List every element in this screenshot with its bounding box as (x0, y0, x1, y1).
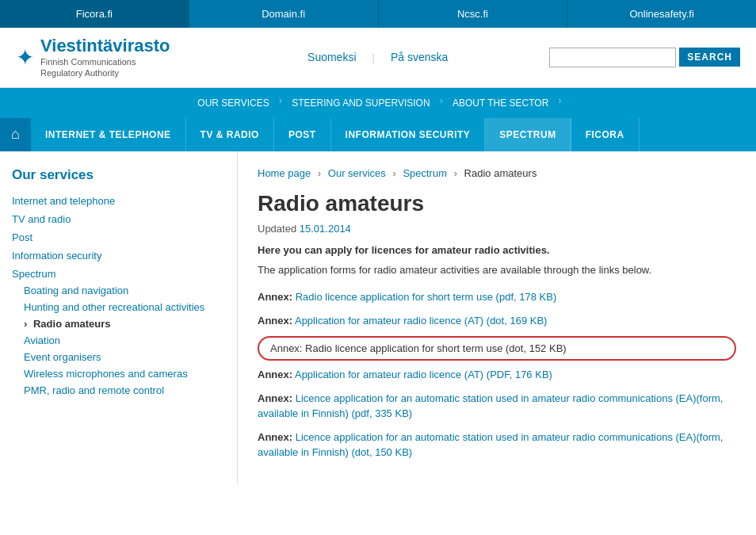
sidebar-link-infosec[interactable]: Information security (12, 250, 101, 262)
header: ✦ Viestintävirasto Finnish Communication… (0, 28, 756, 88)
sector-nav: ⌂ INTERNET & TELEPHONE TV & RADIO POST I… (0, 118, 756, 151)
language-area: Suomeksi | På svenska (206, 51, 549, 63)
annex-fileinfo-4: (PDF, 176 KB) (487, 369, 552, 380)
annex-item-5: Annex: Licence application for an automa… (258, 391, 736, 422)
lang-fi[interactable]: Suomeksi (307, 51, 356, 63)
logo-icon: ✦ (16, 44, 34, 71)
breadcrumb-sep-2: › (392, 167, 395, 179)
sidebar-subitem-event: Event organisers (24, 351, 225, 363)
sector-ficora[interactable]: FICORA (571, 118, 640, 151)
sidebar: Our services Internet and telephone TV a… (0, 151, 238, 484)
top-nav-ficora[interactable]: Ficora.fi (0, 0, 189, 28)
sector-tv-radio[interactable]: TV & RADIO (186, 118, 274, 151)
sector-information-security[interactable]: INFORMATION SECURITY (331, 118, 486, 151)
sidebar-link-event[interactable]: Event organisers (24, 351, 101, 363)
annex-link-2[interactable]: Application for amateur radio licence (A… (295, 315, 483, 327)
annex-link-4[interactable]: Application for amateur radio licence (A… (295, 369, 483, 380)
search-area: SEARCH (549, 48, 740, 67)
intro-bold: Here you can apply for licences for amat… (258, 244, 736, 256)
annex-fileinfo-2: (dot, 169 KB) (487, 315, 548, 327)
annex-fileinfo-5: (pdf, 335 KB) (352, 407, 413, 419)
breadcrumb-current: Radio amateurs (464, 167, 537, 179)
main-content: Home page › Our services › Spectrum › Ra… (238, 151, 756, 484)
sidebar-link-spectrum[interactable]: Spectrum (12, 268, 56, 280)
logo-sub2: Regulatory Authority (40, 67, 170, 78)
logo-name: Viestintävirasto (40, 36, 170, 56)
logo-area: ✦ Viestintävirasto Finnish Communication… (16, 36, 206, 79)
annex-fileinfo-3: (dot, 152 KB) (506, 342, 567, 354)
breadcrumb-sep-3: › (454, 167, 457, 179)
sidebar-item-internet: Internet and telephone (12, 195, 225, 207)
sidebar-subitem-wireless: Wireless microphones and cameras (24, 368, 225, 380)
annex-label-3: Annex: (270, 342, 302, 354)
nav-steering[interactable]: STEERING AND SUPERVISION (285, 94, 437, 112)
annex-label-5: Annex: (258, 392, 292, 404)
sidebar-link-boating[interactable]: Boating and navigation (24, 285, 128, 296)
sidebar-subitem-radio-amateurs: Radio amateurs (24, 318, 225, 330)
nav-arrow-1: › (279, 94, 282, 112)
annex-link-1[interactable]: Radio licence application for short term… (296, 291, 493, 303)
search-button[interactable]: SEARCH (679, 48, 740, 67)
annex-item-2: Annex: Application for amateur radio lic… (258, 313, 736, 329)
sidebar-link-internet[interactable]: Internet and telephone (12, 195, 115, 207)
sidebar-subitem-pmr: PMR, radio and remote control (24, 384, 225, 396)
annex-fileinfo-1: (pdf, 178 KB) (496, 291, 557, 303)
sector-internet-telephone[interactable]: INTERNET & TELEPHONE (31, 118, 186, 151)
annex-label-1: Annex: (258, 291, 292, 303)
sidebar-link-tv[interactable]: TV and radio (12, 213, 71, 225)
annex-link-6[interactable]: Licence application for an automatic sta… (258, 431, 723, 459)
sector-spectrum[interactable]: SPECTRUM (485, 118, 571, 151)
top-nav-ncsc[interactable]: Ncsc.fi (379, 0, 568, 28)
annex-link-3[interactable]: Radio licence application for short term… (305, 342, 502, 354)
annex-label-4: Annex: (258, 369, 292, 380)
annex-item-3-wrapper: Annex: Radio licence application for sho… (258, 336, 736, 361)
sidebar-link-pmr[interactable]: PMR, radio and remote control (24, 384, 164, 396)
nav-arrow-2: › (440, 94, 443, 112)
sidebar-sublist-spectrum: Boating and navigation Hunting and other… (12, 285, 225, 396)
sidebar-heading: Our services (12, 167, 225, 183)
top-nav-domain[interactable]: Domain.fi (189, 0, 379, 28)
sidebar-link-radio-amateurs[interactable]: Radio amateurs (33, 318, 111, 330)
main-nav: OUR SERVICES › STEERING AND SUPERVISION … (0, 88, 756, 118)
top-nav: Ficora.fi Domain.fi Ncsc.fi Onlinesafety… (0, 0, 756, 28)
sidebar-subitem-boating: Boating and navigation (24, 285, 225, 296)
annex-item-1: Annex: Radio licence application for sho… (258, 289, 736, 305)
updated-date[interactable]: 15.01.2014 (300, 223, 351, 235)
breadcrumb-home[interactable]: Home page (258, 167, 311, 179)
sidebar-link-aviation[interactable]: Aviation (24, 334, 60, 346)
sidebar-link-hunting[interactable]: Hunting and other recreational activitie… (24, 301, 204, 313)
annex-label-2: Annex: (258, 315, 292, 327)
annex-highlight-border: Annex: Radio licence application for sho… (258, 336, 736, 361)
nav-arrow-3: › (558, 94, 561, 112)
nav-about-sector[interactable]: ABOUT THE SECTOR (446, 94, 555, 112)
sector-post[interactable]: POST (274, 118, 331, 151)
updated-label: Updated (258, 223, 296, 235)
home-button[interactable]: ⌂ (0, 118, 31, 151)
breadcrumb-spectrum[interactable]: Spectrum (403, 167, 447, 179)
lang-sv[interactable]: På svenska (391, 51, 448, 63)
sidebar-subitem-hunting: Hunting and other recreational activitie… (24, 301, 225, 313)
sidebar-link-wireless[interactable]: Wireless microphones and cameras (24, 368, 188, 380)
sidebar-item-post: Post (12, 231, 225, 243)
intro-text: The application forms for radio amateur … (258, 262, 736, 278)
annex-link-5[interactable]: Licence application for an automatic sta… (258, 392, 723, 420)
nav-our-services[interactable]: OUR SERVICES (191, 94, 275, 112)
sidebar-item-infosec: Information security (12, 250, 225, 262)
page-title: Radio amateurs (258, 191, 736, 216)
breadcrumb-sep-1: › (318, 167, 321, 179)
annex-item-6: Annex: Licence application for an automa… (258, 430, 736, 460)
logo-sub1: Finnish Communications (40, 56, 170, 67)
breadcrumb-our-services[interactable]: Our services (328, 167, 386, 179)
sidebar-list: Internet and telephone TV and radio Post… (12, 195, 225, 396)
annex-label-6: Annex: (258, 431, 292, 443)
sidebar-subitem-aviation: Aviation (24, 334, 225, 346)
lang-separator: | (372, 52, 375, 63)
search-input[interactable] (549, 48, 676, 67)
annex-fileinfo-6: (dot, 150 KB) (352, 446, 413, 458)
top-nav-onlinesafety[interactable]: Onlinesafety.fi (567, 0, 756, 28)
updated-info: Updated 15.01.2014 (258, 223, 736, 235)
content-wrapper: Our services Internet and telephone TV a… (0, 151, 756, 484)
sidebar-link-post[interactable]: Post (12, 231, 32, 243)
breadcrumb: Home page › Our services › Spectrum › Ra… (258, 167, 736, 179)
sidebar-item-spectrum: Spectrum Boating and navigation Hunting … (12, 268, 225, 396)
